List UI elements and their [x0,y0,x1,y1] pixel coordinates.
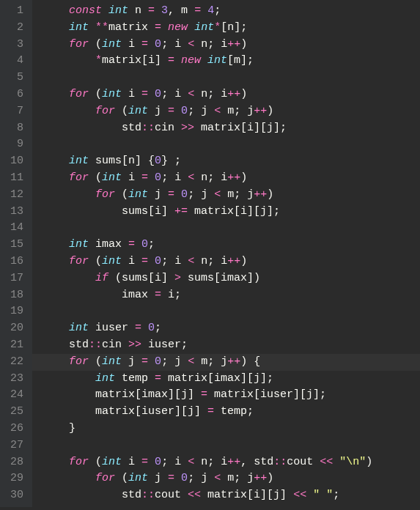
token-id: (sums[i] [108,272,174,284]
code-area[interactable]: const int n = 3, m = 4; int **matrix = n… [32,0,420,507]
code-line[interactable]: int **matrix = new int*[n]; [43,20,420,37]
token-kw: for [69,456,89,468]
token-type: int [69,322,89,334]
token-id: matrix[i][j]; [194,122,287,134]
token-id: std [69,339,89,351]
code-line[interactable]: *matrix[i] = new int[m]; [43,53,420,70]
token-type: int [102,88,122,100]
token-fn: cin [102,339,128,351]
code-line[interactable]: std::cin >> iuser; [43,337,420,354]
token-pn: ) [240,171,247,184]
token-op: < [214,188,221,201]
token-id: iuser; [141,339,188,351]
line-number: 25 [3,404,23,421]
code-editor[interactable]: 1234567891011121314151617181920212223242… [0,0,420,507]
code-line[interactable]: } [43,421,420,437]
token-id [148,171,155,184]
token-type: int [95,372,115,385]
token-id: matrix[iuser][j]; [207,388,326,401]
token-str: "\n" [339,456,366,468]
code-line[interactable]: for (int i = 0; i < n; i++) [43,254,420,270]
code-line[interactable]: if (sums[i] > sums[imax]) [43,270,420,287]
token-op: = [135,322,141,334]
token-id: i [122,38,141,51]
code-line[interactable]: matrix[iuser][j] = temp; [43,404,420,421]
token-num: 4 [207,4,214,17]
line-number: 18 [3,287,23,304]
token-op: = [141,171,148,184]
token-op: ++ [227,38,240,51]
token-id [174,188,181,201]
code-line[interactable] [43,136,420,153]
code-line[interactable]: int sums[n] {0} ; [43,153,420,170]
token-id: ; j [188,188,214,201]
token-pn: ( [115,105,128,117]
code-line[interactable] [43,70,420,86]
token-id [135,238,141,251]
code-line[interactable]: for (int j = 0; j < m; j++) [43,187,420,204]
token-id: m; j [221,105,254,117]
token-id [148,88,155,100]
line-number: 22 [3,354,23,371]
line-number: 19 [3,303,23,320]
token-type: int [128,105,148,117]
token-type: int [102,456,122,468]
line-number: 13 [3,204,23,221]
code-line[interactable] [43,303,420,320]
code-line[interactable]: sums[i] += matrix[i][j]; [43,204,420,221]
code-line[interactable]: for (int j = 0; j < m; j++) [43,103,420,120]
code-line[interactable] [43,437,420,454]
token-id: matrix[imax][j] [95,388,201,401]
line-number: 21 [3,337,23,354]
token-kw: for [69,88,89,100]
token-pn: ( [89,355,102,368]
token-num: 0 [155,88,161,100]
token-id [148,456,155,468]
code-line[interactable] [43,220,420,237]
code-line[interactable]: int iuser = 0; [43,320,420,337]
code-line[interactable]: int temp = matrix[imax][j]; [43,371,420,388]
token-id: matrix[i] [102,54,168,67]
code-line[interactable]: for (int j = 0; j < m; j++) [43,470,420,487]
token-op: ++ [254,105,267,117]
token-id: ; j [161,355,188,368]
token-id: j [148,188,168,201]
token-id: m; j [221,188,254,201]
token-op: = [141,255,148,267]
code-line[interactable]: for (int j = 0; j < m; j++) { [43,354,420,371]
code-line[interactable]: matrix[imax][j] = matrix[iuser][j]; [43,387,420,404]
line-number: 12 [3,187,23,204]
token-num: 0 [141,238,148,251]
token-kw: if [95,272,108,284]
token-id: sums[n] { [89,155,155,167]
token-op: = [141,355,148,368]
token-id: imax [122,289,155,301]
code-line[interactable]: std::cout << matrix[i][j] << " "; [43,487,420,504]
token-id [141,322,148,334]
token-op: < [188,88,194,100]
line-number: 26 [3,421,23,437]
token-id: i; [161,289,181,301]
token-pn: ( [89,38,102,51]
code-line[interactable]: const int n = 3, m = 4; [43,3,420,20]
code-line[interactable]: std::cin >> matrix[i][j]; [43,120,420,137]
code-line[interactable]: int imax = 0; [43,237,420,254]
code-line[interactable]: for (int i = 0; i < n; i++) [43,170,420,187]
code-line[interactable]: imax = i; [43,287,420,304]
token-id: std [122,489,141,501]
token-kw: for [69,38,89,51]
token-num: 0 [155,255,161,267]
token-pn: ) [240,38,247,51]
token-id: matrix [108,21,155,34]
code-line[interactable]: for (int i = 0; i < n; i++) [43,86,420,103]
token-id: m; j [221,472,254,484]
token-op: < [214,105,221,117]
token-type: int [128,472,148,484]
token-pn: ( [115,472,128,484]
token-type: int [194,21,214,34]
code-line[interactable]: for (int i = 0; i < n; i++, std::cout <<… [43,454,420,471]
token-id: j [122,355,141,368]
code-line[interactable]: for (int i = 0; i < n; i++) [43,37,420,53]
token-op: * [214,21,221,34]
token-id: ; i [161,38,188,51]
